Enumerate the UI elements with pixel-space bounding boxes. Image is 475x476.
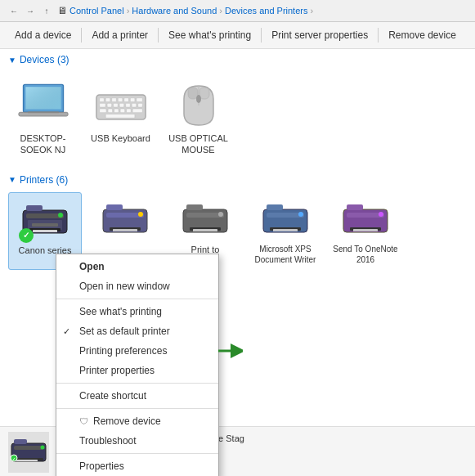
keyboard-icon xyxy=(95,77,147,129)
add-printer-button[interactable]: Add a printer xyxy=(83,26,156,44)
svg-rect-11 xyxy=(130,98,135,102)
devices-label: Devices (3) xyxy=(20,54,69,65)
laptop-name: DESKTOP-SOEOK NJ xyxy=(11,132,74,156)
svg-rect-42 xyxy=(113,229,137,231)
printers-chevron: ▼ xyxy=(8,175,16,184)
ctx-troubleshoot[interactable]: Troubleshoot xyxy=(56,431,218,451)
xps-icon xyxy=(259,197,311,242)
svg-point-55 xyxy=(298,212,303,217)
svg-point-37 xyxy=(58,213,63,218)
svg-rect-40 xyxy=(106,213,144,218)
ctx-remove-device[interactable]: 🛡 Remove device xyxy=(56,411,218,431)
svg-rect-13 xyxy=(99,103,105,107)
svg-rect-50 xyxy=(186,204,203,210)
remove-device-icon: 🛡 xyxy=(79,416,88,426)
svg-rect-18 xyxy=(132,103,137,107)
svg-rect-25 xyxy=(132,109,142,113)
mouse-name: USB OPTICAL MOUSE xyxy=(167,132,230,156)
ctx-printing-prefs[interactable]: Printing preferences xyxy=(56,341,218,361)
svg-rect-65 xyxy=(14,446,43,450)
ctx-printer-props[interactable]: Printer properties xyxy=(56,361,218,380)
device-item-laptop[interactable]: DESKTOP-SOEOK NJ xyxy=(8,72,78,161)
ctx-open-new-window[interactable]: Open in new window xyxy=(56,276,218,296)
svg-rect-44 xyxy=(106,204,123,210)
ctx-create-shortcut[interactable]: Create shortcut xyxy=(56,386,218,406)
svg-point-43 xyxy=(138,212,143,217)
svg-rect-34 xyxy=(32,223,58,227)
svg-rect-7 xyxy=(105,98,110,102)
breadcrumb-dp[interactable]: Devices and Printers xyxy=(225,6,308,16)
toolbar-separator-3 xyxy=(261,28,262,43)
printer-item-onenote[interactable]: Send To OneNote 2016 xyxy=(329,192,402,270)
svg-rect-19 xyxy=(137,103,142,107)
remove-device-button[interactable]: Remove device xyxy=(380,26,464,44)
svg-rect-14 xyxy=(107,103,112,107)
mouse-icon xyxy=(173,77,225,129)
toolbar-separator-4 xyxy=(378,28,379,43)
laptop-icon xyxy=(17,77,69,129)
breadcrumb-has[interactable]: Hardware and Sound xyxy=(132,6,217,16)
toolbar-separator-1 xyxy=(81,28,82,43)
svg-rect-2 xyxy=(25,87,60,109)
svg-rect-29 xyxy=(199,88,209,99)
svg-rect-48 xyxy=(193,229,217,231)
ctx-sep-2 xyxy=(56,383,218,384)
ctx-open[interactable]: Open xyxy=(56,257,218,276)
ctx-sep-3 xyxy=(56,408,218,409)
svg-rect-10 xyxy=(123,98,128,102)
onenote-name: Send To OneNote 2016 xyxy=(332,244,399,265)
ctx-properties[interactable]: Properties xyxy=(56,456,218,476)
ctx-see-printing[interactable]: See what's printing xyxy=(56,302,218,321)
svg-rect-54 xyxy=(273,229,298,231)
add-device-button[interactable]: Add a device xyxy=(7,26,79,44)
svg-rect-38 xyxy=(26,205,43,211)
printer2-icon xyxy=(99,197,151,242)
device-item-mouse[interactable]: USB OPTICAL MOUSE xyxy=(164,72,233,161)
svg-rect-67 xyxy=(16,460,38,461)
info-thumb: ✓ xyxy=(8,432,49,473)
svg-rect-24 xyxy=(126,109,131,113)
svg-rect-15 xyxy=(113,103,118,107)
device-grid: DESKTOP-SOEOK NJ xyxy=(0,69,475,169)
svg-rect-4 xyxy=(28,111,59,113)
svg-rect-26 xyxy=(105,115,135,119)
back-button[interactable]: ← xyxy=(7,3,21,18)
address-bar: ← → ↑ 🖥 Control Panel › Hardware and Sou… xyxy=(0,0,475,22)
svg-rect-20 xyxy=(99,109,105,113)
printer-item-xps[interactable]: Microsoft XPS Document Writer xyxy=(249,192,322,270)
svg-rect-60 xyxy=(353,229,378,231)
breadcrumb-icon: 🖥 xyxy=(57,5,67,16)
svg-point-68 xyxy=(41,446,45,450)
up-button[interactable]: ↑ xyxy=(39,3,54,18)
print-server-properties-button[interactable]: Print server properties xyxy=(263,26,376,44)
svg-point-30 xyxy=(196,95,201,103)
ctx-sep-1 xyxy=(56,299,218,299)
devices-section-header: ▼ Devices (3) xyxy=(0,49,475,69)
printers-section-header: ▼ Printers (6) xyxy=(0,169,475,189)
see-whats-printing-button[interactable]: See what's printing xyxy=(160,26,259,44)
breadcrumb-cp[interactable]: Control Panel xyxy=(69,6,124,16)
svg-rect-6 xyxy=(99,98,104,102)
svg-rect-58 xyxy=(347,213,384,218)
svg-rect-46 xyxy=(186,213,224,218)
svg-rect-17 xyxy=(125,103,130,107)
keyboard-name: USB Keyboard xyxy=(91,132,150,144)
svg-point-49 xyxy=(218,212,223,217)
ctx-sep-4 xyxy=(56,453,218,454)
svg-rect-23 xyxy=(120,109,125,113)
toolbar-separator-2 xyxy=(158,28,159,43)
svg-rect-36 xyxy=(33,230,57,232)
svg-rect-32 xyxy=(26,213,64,218)
svg-rect-22 xyxy=(114,109,119,113)
main-panel: ▼ Devices (3) xyxy=(0,49,475,476)
forward-button[interactable]: → xyxy=(23,3,38,18)
ctx-set-default[interactable]: Set as default printer xyxy=(56,321,218,341)
device-item-keyboard[interactable]: USB Keyboard xyxy=(86,72,155,161)
svg-rect-52 xyxy=(267,213,304,218)
svg-rect-69 xyxy=(14,439,27,444)
svg-rect-8 xyxy=(111,98,116,102)
svg-rect-28 xyxy=(188,88,198,99)
toolbar: Add a device Add a printer See what's pr… xyxy=(0,22,475,49)
svg-rect-21 xyxy=(108,109,113,113)
svg-rect-9 xyxy=(118,98,123,102)
